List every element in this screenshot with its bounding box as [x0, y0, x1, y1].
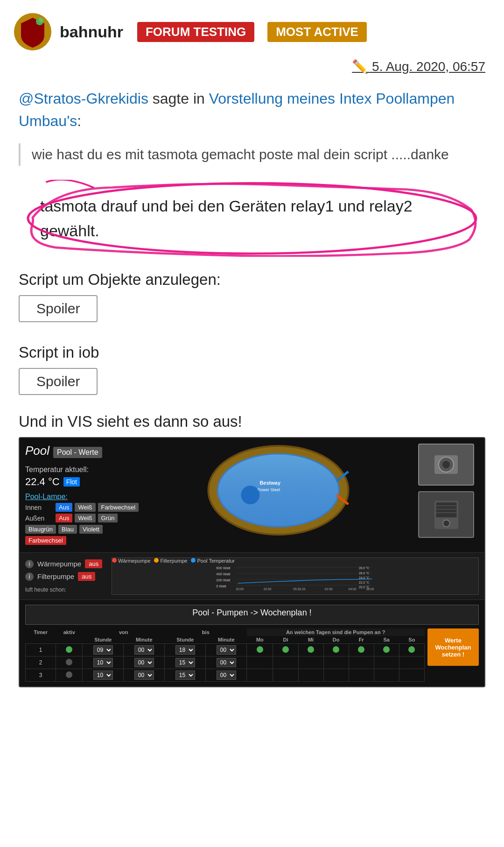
svg-text:20:00: 20:00: [236, 588, 244, 591]
waermepumpe-aus-btn[interactable]: aus: [85, 559, 102, 568]
pool-lampe-section: Pool-Lampe: Innen Aus Weiß Farbwechsel A…: [25, 493, 139, 545]
flot-badge[interactable]: Flot: [63, 477, 80, 487]
post-content: tasmota drauf und bei den Geräten relay1…: [0, 175, 504, 687]
filterpumpe-label: Filterpumpe: [37, 572, 74, 580]
svg-text:Bestway: Bestway: [260, 480, 281, 486]
svg-text:05.08.20: 05.08.20: [293, 588, 306, 591]
circled-text-content: tasmota drauf und bei den Geräten relay1…: [26, 189, 478, 247]
username-label: bahnuhr: [60, 23, 123, 41]
mention-row: @Stratos-Gkrekidis sagte in Vorstellung …: [0, 78, 504, 136]
th-tage: An welchen Tagen sind die Pumpen an ?: [247, 628, 425, 636]
aussen-farbwechsel-btn[interactable]: Farbwechsel: [25, 536, 66, 545]
timestamp-row: ✏️ 5. Aug. 2020, 06:57: [0, 55, 504, 78]
table-row: 2 10 00 15 00: [26, 656, 425, 669]
vis-label: Und in VIS sieht es dann so aus!: [19, 413, 485, 431]
innen-row: Innen Aus Weiß Farbwechsel: [25, 503, 139, 512]
row2-bis-m[interactable]: 00: [206, 656, 247, 669]
row2-timer: 2: [26, 656, 56, 669]
svg-text:28.0 °C: 28.0 °C: [359, 567, 370, 570]
innen-weiss-btn[interactable]: Weiß: [75, 503, 95, 512]
aussen-violett-btn[interactable]: Violett: [79, 525, 103, 534]
svg-text:400 Watt: 400 Watt: [216, 572, 231, 577]
th-fr: Fr: [349, 636, 374, 644]
info-icon-waerme[interactable]: i: [25, 560, 34, 568]
forum-testing-badge: FORUM TESTING: [137, 22, 254, 42]
aussen-row: Außen Aus Weiß Grün Blaugrün Blau Violet…: [25, 514, 139, 545]
temp-label: Temperatur aktuell:: [25, 466, 139, 474]
row2-von-s[interactable]: 10: [83, 656, 124, 669]
th-di: Di: [273, 636, 298, 644]
svg-point-10: [241, 486, 260, 504]
aussen-weiss-btn[interactable]: Weiß: [75, 514, 95, 522]
aussen-label: Außen: [25, 515, 53, 522]
filterpumpe-aus-btn[interactable]: aus: [78, 572, 95, 581]
waermepumpe-label: Wärmepumpe: [37, 560, 81, 568]
svg-text:200 Watt: 200 Watt: [216, 578, 231, 582]
chart-legend: Wärmepumpe Filterpumpe Pool Temperatur: [112, 558, 478, 564]
svg-text:20.0 °C: 20.0 °C: [359, 586, 370, 589]
wochenplan-setzen-btn[interactable]: Werte Wochenplan setzen !: [427, 628, 479, 666]
th-bis-minute: Minute: [206, 636, 247, 644]
th-so: So: [399, 636, 424, 644]
aussen-aus-btn[interactable]: Aus: [56, 514, 72, 522]
avatar: [14, 13, 51, 50]
th-von: von: [83, 628, 165, 636]
svg-rect-17: [436, 502, 456, 517]
innen-aus-btn[interactable]: Aus: [56, 503, 72, 512]
row3-bis-s[interactable]: 15: [165, 669, 206, 682]
waermepumpe-row: i Wärmepumpe aus: [25, 559, 102, 568]
aussen-gruen-btn[interactable]: Grün: [98, 514, 118, 522]
row3-von-s[interactable]: 10: [83, 669, 124, 682]
info-icon-filter[interactable]: i: [25, 572, 34, 581]
vis-dashboard: Pool Pool - Werte Temperatur aktuell: 22…: [19, 437, 485, 687]
circled-section: tasmota drauf und bei den Geräten relay1…: [19, 180, 485, 257]
row1-aktiv: [56, 644, 83, 656]
th-mi: Mi: [298, 636, 323, 644]
spoiler-button-2[interactable]: Spoiler: [19, 368, 98, 395]
pool-left-panel: Pool Pool - Werte Temperatur aktuell: 22…: [25, 444, 139, 547]
th-bis-stunde: Stunde: [165, 636, 206, 644]
timestamp[interactable]: 5. Aug. 2020, 06:57: [372, 59, 485, 74]
row2-von-m[interactable]: 00: [124, 656, 165, 669]
pool-image-area: Bestway Power Steel: [143, 444, 413, 547]
row2-bis-s[interactable]: 15: [165, 656, 206, 669]
aussen-blau-btn[interactable]: Blau: [58, 525, 77, 534]
pump-boxes: [418, 444, 479, 547]
blockquote: wie hast du es mit tasmota gemacht poste…: [19, 143, 485, 166]
row1-bis-m[interactable]: 00: [206, 644, 247, 656]
mention-user-link[interactable]: @Stratos-Gkrekidis: [19, 90, 148, 107]
svg-text:0 Watt: 0 Watt: [216, 584, 227, 588]
legend-filter: Filterpumpe: [160, 558, 187, 564]
spoiler-button-1[interactable]: Spoiler: [19, 295, 98, 322]
wochenplan-table: Timer aktiv von bis An welchen Tagen sin…: [25, 628, 425, 682]
svg-text:24.0 °C: 24.0 °C: [359, 576, 370, 579]
post-header: bahnuhr FORUM TESTING MOST ACTIVE: [0, 0, 504, 55]
wochenplan-section: Pool - Pumpen -> Wochenplan ! Timer akti…: [20, 600, 484, 686]
lampe-title: Pool-Lampe:: [25, 493, 139, 501]
row1-von-m[interactable]: 00: [124, 644, 165, 656]
aussen-blaugruen-btn[interactable]: Blaugrün: [25, 525, 56, 534]
th-von-minute: Minute: [124, 636, 165, 644]
row2-aktiv: [56, 656, 83, 669]
pool-werte-btn[interactable]: Pool - Werte: [53, 447, 102, 458]
svg-text:22:00: 22:00: [264, 588, 272, 591]
th-von-stunde: Stunde: [83, 636, 124, 644]
innen-farbwechsel-btn[interactable]: Farbwechsel: [98, 503, 139, 512]
row1-von-s[interactable]: 09: [83, 644, 124, 656]
svg-point-15: [442, 461, 450, 468]
script-objects-label: Script um Objekte anzulegen:: [19, 271, 485, 289]
row3-von-m[interactable]: 00: [124, 669, 165, 682]
row3-timer: 3: [26, 669, 56, 682]
svg-point-2: [39, 18, 43, 22]
luft-label: luft heute schon:: [25, 586, 102, 593]
row1-bis-s[interactable]: 18: [165, 644, 206, 656]
svg-text:26.0 °C: 26.0 °C: [359, 572, 370, 575]
svg-text:04:00: 04:00: [349, 588, 357, 591]
th-sa: Sa: [374, 636, 399, 644]
filterpumpe-row: i Filterpumpe aus: [25, 572, 102, 581]
row3-aktiv: [56, 669, 83, 682]
svg-text:22.0 °C: 22.0 °C: [359, 581, 370, 584]
script-iob-label: Script in iob: [19, 344, 485, 361]
th-mo: Mo: [247, 636, 273, 644]
row3-bis-m[interactable]: 00: [206, 669, 247, 682]
